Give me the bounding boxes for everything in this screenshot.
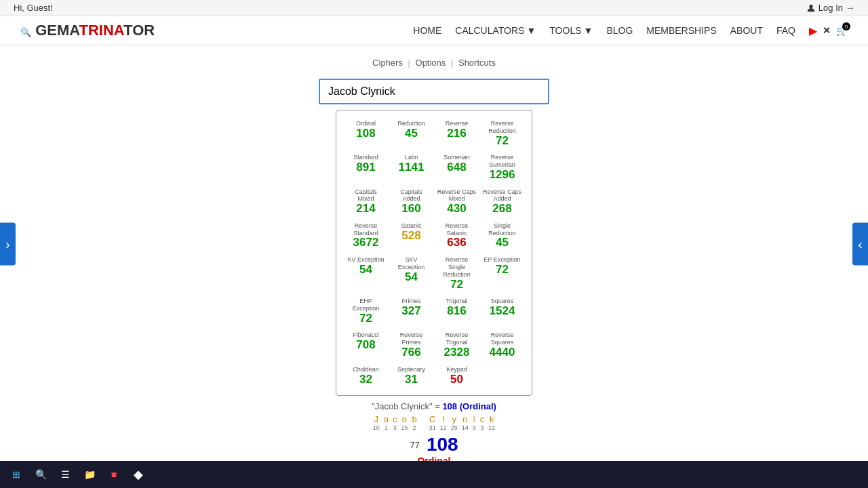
result-cell[interactable]: Reverse Caps Mixed 430 [435,187,478,217]
taskbar-icon-3[interactable]: ☰ [56,465,75,481]
cipher-cell-value: 72 [482,264,522,277]
left-nav-arrow[interactable]: › [0,223,16,266]
result-cell[interactable]: Single Reduction 45 [481,221,524,251]
result-cell[interactable]: Reverse Trigonal 2328 [435,330,478,360]
cipher-cell-value: 32 [346,373,386,386]
result-cell[interactable]: Reverse Sumerian 1296 [481,152,524,182]
nav-about[interactable]: ABOUT [730,25,763,36]
cipher-cell-value: 4440 [482,346,522,359]
result-cell[interactable]: Capitals Mixed 214 [344,187,387,217]
letter-col: a 1 [384,414,389,431]
svg-point-0 [809,4,812,7]
taskbar: ⊞ 🔍 ☰ 📁 ■ ◆ [0,461,868,481]
result-cell[interactable]: Reverse Single Reduction 72 [435,255,478,292]
taskbar-icon-5[interactable]: ■ [104,465,123,481]
result-cell[interactable]: Reduction 45 [390,119,433,148]
result-cell[interactable]: Fibonacci 708 [344,330,387,360]
result-cell[interactable]: Reverse Squares 4440 [481,330,524,360]
result-cell[interactable]: Squares 1524 [481,296,524,326]
letter-char: c [480,414,485,424]
result-cell[interactable]: EP Exception 72 [481,255,524,292]
result-cell[interactable]: Septenary 31 [390,365,433,387]
letter-col: J 10 [373,414,380,431]
cipher-cell-value: 327 [391,305,431,318]
nav-memberships[interactable]: MEMBERSHIPS [646,25,716,36]
cipher-cell-value: 1141 [391,161,431,174]
nav-faq[interactable]: FAQ [776,25,795,36]
letter-col: n 14 [462,414,469,431]
cipher-cell-value: 891 [346,161,386,174]
result-cell[interactable]: Reverse Primes 766 [390,330,433,360]
result-cell[interactable]: Reverse Standard 3672 [344,221,387,251]
letter-char: y [451,414,458,424]
result-cell[interactable]: Chaldean 32 [344,365,387,387]
cipher-cell-name: Reverse Satanic [437,222,477,237]
letter-char: J [373,414,380,424]
x-icon[interactable]: ✕ [823,25,831,36]
cipher-cell-value: 816 [437,305,477,318]
result-cell[interactable]: Sumerian 648 [435,152,478,182]
cipher-cell-value: 54 [346,264,386,277]
nav-tools[interactable]: TOOLS ▼ [549,25,593,36]
login-link[interactable]: Log In → [806,3,854,13]
main-content: Ciphers | Options | Shortcuts Ordinal 10… [129,45,739,481]
cipher-cell-value: 50 [437,373,477,386]
search-taskbar-icon[interactable]: 🔍 [31,465,50,481]
cipher-cell-name: Reverse Reduction [482,120,522,135]
shortcuts-link[interactable]: Shortcuts [458,58,496,68]
taskbar-icon-4[interactable]: 📁 [80,465,99,481]
letter-col: l 12 [440,414,447,431]
cart-icon[interactable]: 🛒 0 [836,25,848,36]
results-container: Ordinal 108 Reduction 45 Reverse 216 Rev… [336,110,532,396]
result-cell[interactable]: Primes 327 [390,296,433,326]
letter-col: y 25 [451,414,458,431]
letter-char: k [488,414,495,424]
result-cell[interactable]: Trigonal 816 [435,296,478,326]
youtube-icon[interactable]: ▶ [809,24,817,37]
letter-num: 25 [451,424,458,431]
letter-num: 12 [440,424,447,431]
right-nav-arrow[interactable]: ‹ [852,223,868,266]
result-cell[interactable]: KV Exception 54 [344,255,387,292]
result-cell[interactable]: Keypad 50 [435,365,478,387]
letter-num: 3 [480,424,485,431]
letter-col: c 3 [480,414,485,431]
result-cell[interactable]: Reverse Caps Added 268 [481,187,524,217]
taskbar-icon-6[interactable]: ◆ [129,465,148,481]
letter-num: 14 [462,424,469,431]
cipher-cell-value: 160 [391,203,431,216]
cipher-cell-value: 766 [391,346,431,359]
options-link[interactable]: Options [416,58,446,68]
nav-calculators[interactable]: CALCULATORS ▼ [455,25,536,36]
windows-icon[interactable]: ⊞ [7,465,26,481]
cipher-cell-name: Reverse Standard [346,222,386,237]
breakdown-equation: "Jacob Clynick" = 108 (Ordinal) [142,401,726,411]
cipher-cell-name: Reverse Single Reduction [437,256,477,278]
cipher-cell-name: Reverse Primes [391,331,431,346]
result-cell[interactable]: SKV Exception 54 [390,255,433,292]
cipher-cell-value: 3672 [346,237,386,249]
ciphers-link[interactable]: Ciphers [372,58,403,68]
result-cell[interactable]: Reverse Satanic 636 [435,221,478,251]
result-cell[interactable]: Standard 891 [344,152,387,182]
cipher-cell-name: SKV Exception [391,256,431,271]
cipher-cell-name: Septenary [391,366,431,373]
result-cell[interactable]: Reverse 216 [435,119,478,148]
result-cell[interactable]: EHP Exception 72 [344,296,387,326]
result-cell[interactable]: Capitals Added 160 [390,187,433,217]
nav-blog[interactable]: BLOG [606,25,633,36]
letter-char: o [401,414,408,424]
result-cell[interactable]: Satanic 528 [390,221,433,251]
result-cell[interactable]: Reverse Reduction 72 [481,119,524,148]
result-cell[interactable]: Latin 1141 [390,152,433,182]
search-input[interactable] [319,79,549,104]
greeting-text: Hi, Guest! [14,3,53,13]
nav-home[interactable]: HOME [413,25,441,36]
letter-char: l [440,414,447,424]
result-cell[interactable]: Ordinal 108 [344,119,387,148]
letter-col: o 15 [401,414,408,431]
cipher-cell-name: Reverse Squares [482,331,522,346]
cipher-links-bar: Ciphers | Options | Shortcuts [142,52,726,73]
cipher-cell-value: 45 [391,127,431,140]
site-logo[interactable]: 🔍 GEMATRINATOR [20,22,155,39]
